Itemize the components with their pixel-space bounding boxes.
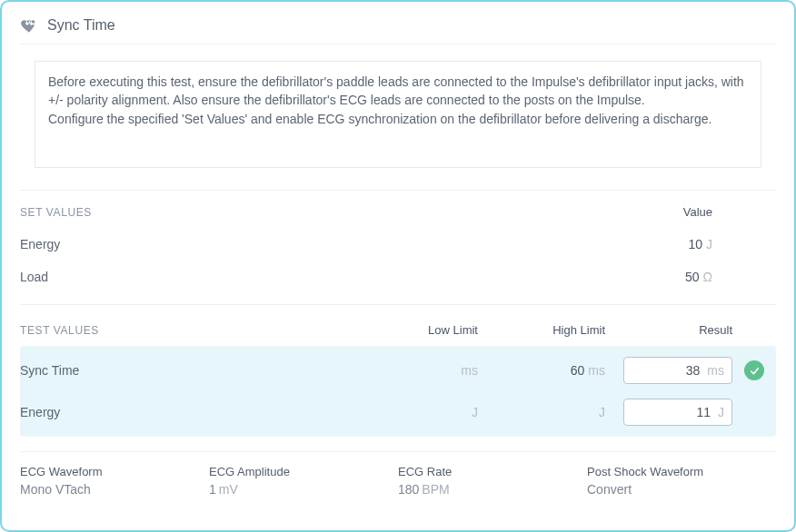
footer-value-text: 180 bbox=[398, 482, 419, 497]
test-value-row: Energy J J J bbox=[20, 391, 776, 433]
footer-params: ECG Waveform Mono VTach ECG Amplitude 1m… bbox=[20, 463, 776, 497]
test-value-high-number: 60 bbox=[571, 363, 585, 378]
test-values-high-header: High Limit bbox=[478, 323, 605, 337]
test-value-name: Sync Time bbox=[20, 363, 351, 378]
set-values-rows: Energy 10J Load 50Ω bbox=[20, 228, 776, 293]
heartbeat-icon bbox=[20, 16, 38, 34]
card-title: Sync Time bbox=[47, 17, 115, 34]
test-values-low-header: Low Limit bbox=[351, 323, 478, 337]
footer-value: 180BPM bbox=[398, 482, 587, 497]
set-value-value: 10J bbox=[603, 237, 776, 251]
set-value-label: Load bbox=[20, 270, 48, 284]
result-unit: ms bbox=[707, 363, 724, 378]
test-value-result-cell: J bbox=[605, 399, 732, 426]
footer-value-text: 1 bbox=[209, 482, 216, 497]
test-value-result-cell: ms bbox=[605, 357, 732, 384]
result-input[interactable] bbox=[651, 362, 701, 379]
instructions-line-1: Before executing this test, ensure the d… bbox=[48, 73, 748, 110]
set-value-row: Energy 10J bbox=[20, 228, 776, 261]
footer-col: Post Shock Waveform Convert bbox=[587, 465, 776, 497]
test-value-high-unit: ms bbox=[588, 363, 605, 378]
set-value-unit: J bbox=[706, 237, 712, 251]
test-values-label: Test Values bbox=[20, 324, 351, 337]
footer-col: ECG Rate 180BPM bbox=[398, 465, 587, 497]
footer-label: ECG Waveform bbox=[20, 465, 209, 478]
test-value-row: Sync Time ms 60ms ms bbox=[20, 350, 776, 391]
footer-col: ECG Waveform Mono VTach bbox=[20, 465, 209, 497]
test-values-rows: Sync Time ms 60ms ms bbox=[20, 346, 776, 437]
test-card: Sync Time Before executing this test, en… bbox=[0, 0, 796, 532]
set-value-label: Energy bbox=[20, 237, 60, 251]
test-values-header: Test Values Low Limit High Limit Result bbox=[20, 316, 776, 346]
instructions-line-2: Configure the specified 'Set Values' and… bbox=[48, 110, 748, 128]
footer-value-unit: mV bbox=[219, 482, 238, 497]
footer-value: Mono VTach bbox=[20, 482, 209, 497]
divider bbox=[20, 190, 776, 191]
divider bbox=[20, 304, 776, 305]
footer-value-unit: BPM bbox=[422, 482, 449, 497]
test-value-low: ms bbox=[351, 363, 478, 378]
set-value-value: 50Ω bbox=[603, 270, 776, 284]
instructions-box: Before executing this test, ensure the d… bbox=[35, 61, 761, 168]
footer-value-text: Mono VTach bbox=[20, 482, 91, 497]
test-value-low: J bbox=[351, 405, 478, 419]
set-values-label: Set Values bbox=[20, 206, 92, 219]
divider bbox=[20, 451, 776, 452]
set-value-unit: Ω bbox=[703, 270, 712, 284]
footer-label: ECG Rate bbox=[398, 465, 587, 478]
card-header: Sync Time bbox=[20, 15, 776, 44]
footer-value-text: Convert bbox=[587, 482, 632, 497]
test-value-low-unit: ms bbox=[461, 363, 478, 378]
test-value-high: 60ms bbox=[478, 363, 605, 378]
pass-icon bbox=[744, 360, 764, 380]
footer-col: ECG Amplitude 1mV bbox=[209, 465, 398, 497]
test-value-high-unit: J bbox=[599, 405, 605, 419]
test-value-low-unit: J bbox=[472, 405, 478, 419]
set-values-header: Set Values Value bbox=[20, 202, 776, 228]
result-unit: J bbox=[718, 405, 724, 419]
footer-label: ECG Amplitude bbox=[209, 465, 398, 478]
set-values-value-header: Value bbox=[667, 205, 776, 219]
set-value-number: 50 bbox=[685, 270, 700, 284]
result-input[interactable] bbox=[662, 404, 712, 420]
test-values-block: Test Values Low Limit High Limit Result … bbox=[20, 316, 776, 437]
result-input-wrap[interactable]: ms bbox=[623, 357, 732, 384]
test-value-status bbox=[732, 360, 776, 380]
set-value-number: 10 bbox=[688, 237, 702, 251]
test-value-high: J bbox=[478, 405, 605, 419]
footer-value: Convert bbox=[587, 482, 776, 497]
result-input-wrap[interactable]: J bbox=[623, 399, 732, 426]
footer-value: 1mV bbox=[209, 482, 398, 497]
footer-label: Post Shock Waveform bbox=[587, 465, 776, 478]
test-value-name: Energy bbox=[20, 405, 351, 419]
test-values-result-header: Result bbox=[605, 323, 732, 337]
set-value-row: Load 50Ω bbox=[20, 261, 776, 293]
